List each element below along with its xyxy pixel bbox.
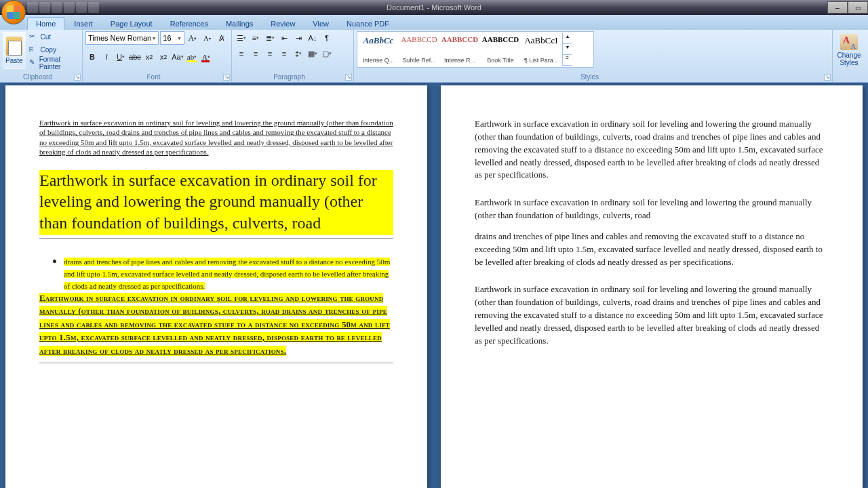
clipboard-group-label: Clipboard — [0, 73, 75, 81]
align-center-button[interactable]: ≡ — [249, 47, 262, 60]
paste-button[interactable]: Paste — [3, 31, 26, 69]
line-spacing-button[interactable]: ‡▾ — [292, 47, 305, 60]
ribbon-tabs: Home Insert Page Layout References Maili… — [0, 15, 868, 30]
style-intense-ref[interactable]: AABBCCDIntense R... — [440, 33, 479, 66]
numbering-button[interactable]: ≡▾ — [249, 31, 262, 45]
tab-mailings[interactable]: Mailings — [218, 18, 261, 30]
style-subtle-ref[interactable]: AABBCCDSubtle Ref... — [399, 33, 439, 66]
chevron-down-icon: ▼ — [177, 36, 182, 41]
bullets-button[interactable]: ☰▾ — [235, 31, 248, 45]
strikethrough-button[interactable]: abc — [128, 50, 142, 64]
office-logo-icon — [7, 5, 20, 19]
style-name: ¶ List Para... — [524, 57, 559, 64]
style-preview: AaBbCcI — [524, 35, 557, 46]
copy-icon: ⎘ — [29, 45, 39, 55]
paragraph-launcher[interactable]: ↘ — [345, 74, 352, 81]
minimize-button[interactable]: – — [827, 1, 848, 14]
page2-para-1: Earthwork in surface excavation in ordin… — [475, 118, 829, 182]
styles-scroll-down[interactable]: ▾ — [563, 44, 572, 55]
tab-page-layout[interactable]: Page Layout — [102, 18, 161, 30]
tab-view[interactable]: View — [304, 18, 337, 30]
change-styles-icon — [840, 34, 858, 50]
paragraph-group-label: Paragraph — [232, 73, 347, 81]
qat-icon[interactable] — [88, 2, 99, 13]
redo-icon[interactable] — [52, 2, 62, 13]
justify-button[interactable]: ≡ — [277, 47, 291, 60]
align-right-button[interactable]: ≡ — [263, 47, 277, 60]
page-1[interactable]: Earthwork in surface excavation in ordin… — [5, 85, 427, 488]
font-group-label: Font — [83, 73, 224, 81]
undo-icon[interactable] — [39, 2, 50, 13]
styles-launcher[interactable]: ↘ — [824, 74, 831, 81]
clipboard-launcher[interactable]: ↘ — [74, 74, 81, 81]
font-launcher[interactable]: ↘ — [223, 74, 230, 81]
sort-button[interactable]: A↓ — [306, 31, 319, 45]
font-name-value: Times New Roman — [88, 34, 151, 42]
titlebar: Document1 - Microsoft Word – ▭ — [0, 0, 868, 15]
highlight-button[interactable]: ab▾ — [185, 50, 199, 64]
tab-nuance-pdf[interactable]: Nuance PDF — [338, 18, 397, 30]
grow-font-button[interactable]: A▴ — [186, 31, 199, 45]
document-area[interactable]: Earthwork in surface excavation in ordin… — [0, 83, 868, 488]
window-controls: – ▭ — [827, 1, 868, 14]
copy-label: Copy — [41, 46, 56, 54]
styles-more[interactable]: ≡ — [563, 55, 572, 66]
tab-references[interactable]: References — [162, 18, 216, 30]
shading-button[interactable]: ▦▾ — [306, 47, 319, 60]
clear-format-button[interactable]: A̷ — [215, 31, 229, 45]
page1-heading: Earthwork in surface excavation in ordin… — [39, 170, 393, 235]
style-preview: AaBbCc — [363, 35, 394, 46]
superscript-button[interactable]: x2 — [157, 50, 170, 64]
page1-bullet-list: drains and trenches of pipe lines and ca… — [53, 255, 393, 291]
align-left-button[interactable]: ≡ — [235, 47, 248, 60]
copy-button[interactable]: ⎘Copy — [28, 44, 79, 56]
tab-insert[interactable]: Insert — [66, 18, 101, 30]
tab-review[interactable]: Review — [262, 18, 303, 30]
qat-icon[interactable] — [64, 2, 75, 13]
shrink-font-button[interactable]: A▾ — [201, 31, 214, 45]
styles-scroll-up[interactable]: ▴ — [563, 33, 572, 44]
styles-gallery[interactable]: AaBbCcIntense Q... AABBCCDSubtle Ref... … — [357, 31, 594, 68]
paste-icon — [6, 37, 22, 56]
font-size-value: 16 — [163, 34, 171, 42]
heading-underline — [39, 238, 393, 239]
font-size-selector[interactable]: 16▼ — [160, 31, 184, 45]
office-button[interactable] — [1, 0, 26, 24]
save-icon[interactable] — [27, 2, 38, 13]
style-name: Intense R... — [442, 57, 477, 64]
show-marks-button[interactable]: ¶ — [320, 31, 334, 45]
decrease-indent-button[interactable]: ⇤ — [277, 31, 291, 45]
list-item: drains and trenches of pipe lines and ca… — [64, 255, 393, 291]
format-painter-button[interactable]: ✎Format Painter — [28, 57, 79, 69]
style-preview: AABBCCD — [441, 35, 478, 43]
page2-para-2: Earthwork in surface excavation in ordin… — [475, 197, 829, 222]
borders-button[interactable]: ▢▾ — [320, 47, 334, 60]
underline-button[interactable]: U▾ — [114, 50, 127, 64]
bold-button[interactable]: B — [85, 50, 99, 64]
group-paragraph: ☰▾ ≡▾ ≣▾ ⇤ ⇥ A↓ ¶ ≡ ≡ ≡ ≡ ‡▾ ▦▾ ▢▾ Parag… — [232, 30, 354, 82]
change-styles-button[interactable]: Change Styles — [835, 31, 863, 69]
increase-indent-button[interactable]: ⇥ — [292, 31, 305, 45]
font-color-button[interactable]: A▾ — [199, 50, 213, 64]
bullet-text: drains and trenches of pipe lines and ca… — [64, 258, 390, 290]
maximize-button[interactable]: ▭ — [848, 1, 868, 14]
style-list-para[interactable]: AaBbCcI¶ List Para... — [521, 33, 561, 66]
cut-button[interactable]: ✂Cut — [28, 31, 79, 43]
font-name-selector[interactable]: Times New Roman▼ — [85, 31, 159, 45]
qat-icon[interactable] — [76, 2, 87, 13]
cut-icon: ✂ — [29, 33, 39, 42]
style-intense-quote[interactable]: AaBbCcIntense Q... — [359, 33, 398, 66]
change-case-button[interactable]: Aa▾ — [171, 50, 184, 64]
chevron-down-icon: ▼ — [151, 36, 156, 41]
style-name: Intense Q... — [361, 57, 396, 64]
page2-para-3: drains and trenches of pipe lines and ca… — [475, 230, 829, 269]
italic-button[interactable]: I — [100, 50, 113, 64]
style-book-title[interactable]: AABBCCDBook Title — [481, 33, 520, 66]
tab-home[interactable]: Home — [27, 17, 64, 30]
subscript-button[interactable]: x2 — [142, 50, 156, 64]
brush-icon: ✎ — [29, 58, 37, 68]
page-2[interactable]: Earthwork in surface excavation in ordin… — [441, 85, 863, 488]
change-styles-label: Change Styles — [835, 52, 863, 66]
multilevel-list-button[interactable]: ≣▾ — [263, 31, 277, 45]
group-change-styles: Change Styles — [833, 30, 868, 82]
